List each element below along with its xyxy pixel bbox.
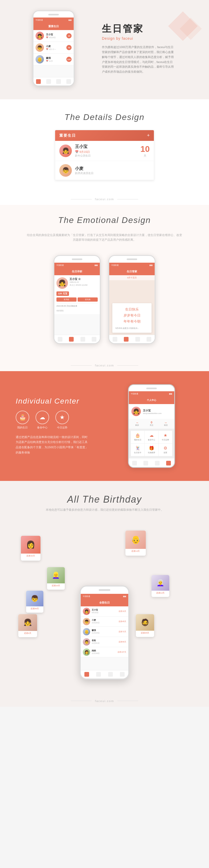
ind-grid-5[interactable]: 🎁 礼物推荐 xyxy=(145,443,158,456)
left-nav-3[interactable] xyxy=(80,337,85,338)
emotional-section-desc: 结合全局的身份定位及视频素材为「生日管家」打造了从交互布局到视觉策略的全新设计方… xyxy=(26,233,183,242)
detail-card-title: 重要生日 xyxy=(59,133,76,138)
detail-item-2[interactable]: 👦 小麦 距25天农历生日 xyxy=(55,161,154,180)
ind-face: 👧 xyxy=(131,407,141,416)
ind-grid-3[interactable]: ★ 今日运势 xyxy=(159,431,172,443)
ind-grid-6[interactable]: ⚙ 设置 xyxy=(159,443,172,456)
birthday-section-desc: 本地化您可以邀予最多的创意力和设计感，我们还但更好的截取体验不断注入我生日管家中… xyxy=(10,507,199,512)
birthday-section-title: All The Birthday xyxy=(10,494,199,505)
bottom-text: 你的朋友 xyxy=(57,308,98,312)
floating-card-2: 👱‍♀️ 还差10天 xyxy=(47,567,65,590)
float-face-1: 👩 xyxy=(21,536,40,554)
person2-sub: 📅 9月-十一 xyxy=(46,48,66,51)
card-line1: 生日快乐 xyxy=(115,306,148,312)
phone-list-item-1[interactable]: 👧 王小宝 📅 9月15日 10 xyxy=(33,30,74,42)
nav-gift-icon[interactable] xyxy=(56,79,61,81)
ind-grid-1[interactable]: 🎂 我的生日 xyxy=(131,431,144,443)
bday-nav-4[interactable] xyxy=(120,672,125,677)
ind-carrier: 中国联通 xyxy=(131,393,138,395)
divider-line-right xyxy=(117,199,138,199)
left-nav-2[interactable] xyxy=(69,337,74,338)
icon1-label: 我的生日 xyxy=(16,426,29,429)
detail-item-1[interactable]: 👧 王小宝 📅 9月15日 距今公历生日 10 天 xyxy=(55,141,154,161)
left-bottom-nav xyxy=(54,335,100,338)
bday-nav-2[interactable] xyxy=(96,672,101,677)
hero-description: 作为拥有超过1000万用户量的生活类软件，faceui与生日管家的理解和产品价值… xyxy=(102,45,175,74)
person1-sub: 📅 9月15日 xyxy=(46,36,66,39)
hero-phone-screen: 中国联通 ▮▮▮ 重要生日 👧 王小宝 📅 9月15日 xyxy=(33,18,74,80)
ind-stat3-label: 粉丝 xyxy=(160,424,172,427)
emotional-section: The Emotional Design 结合全局的身份定位及视频素材为「生日管… xyxy=(0,205,209,360)
bday-item-3[interactable]: 👴 徽强 11月15日 还差72天 xyxy=(81,627,128,637)
backup-icon-circle[interactable]: ☁ xyxy=(36,411,49,424)
person3-info: 徽强 📅 11月 xyxy=(46,57,66,62)
ind-grid-4[interactable]: 🃏 生日贺卡 xyxy=(131,443,144,456)
divider-line-left-2 xyxy=(71,365,92,366)
float-label-7: 还差45天 xyxy=(139,631,151,635)
bday-avatar-4: 👨 xyxy=(83,638,90,646)
float-face-4: 👧 xyxy=(18,614,37,631)
phone-list-item-2[interactable]: 👦 小麦 📅 9月-十一 70 xyxy=(33,42,74,54)
right-nav-3[interactable] xyxy=(135,337,140,338)
face-icon-1: 👧 xyxy=(36,32,44,40)
details-section: The Details Design 重要生日 + 👧 王小宝 📅 9月15日 … xyxy=(0,99,209,193)
individual-icons-row: 🎂 我的生日 ☁ 备份中心 ★ 今日运势 xyxy=(16,411,99,429)
ind-person-info: 王小宝 storycowebdothlor.com xyxy=(143,409,172,414)
detail-note-1: 距今公历生日 xyxy=(75,154,140,158)
ind-stat1-label: 购买 xyxy=(131,424,144,427)
float-label-6: 还差12天 xyxy=(155,591,166,595)
ind-nav-2[interactable] xyxy=(143,461,148,462)
right-phone-screen: 中国联通 ▮▮▮ 生日管家 9月十五日 生日快乐 岁岁有今日 年年有今朝 9月1… xyxy=(109,263,155,338)
nav-home-icon[interactable] xyxy=(36,79,41,81)
divider-line-left xyxy=(71,199,92,199)
bday-nav-3[interactable] xyxy=(108,672,113,677)
emotional-phone-right: 中国联通 ▮▮▮ 生日管家 9月十五日 生日快乐 岁岁有今日 年年有今朝 9月1… xyxy=(108,255,155,344)
bday-date-1: 9月15日 xyxy=(92,611,118,614)
card-line3: 年年有今朝 xyxy=(115,318,148,324)
left-phone-screen: 中国联通 ▮▮▮ 生日详析 👧 王小宝 ☆ 1999-01-22 木火土 xyxy=(54,263,100,338)
floating-card-7: 🧔 还差45天 xyxy=(136,614,154,637)
right-nav-2[interactable] xyxy=(124,337,129,338)
action-row: 发消息 送礼物 xyxy=(57,298,98,302)
status-bar: 中国联通 ▮▮▮ xyxy=(33,18,74,23)
nav-profile-icon[interactable] xyxy=(66,79,71,81)
ind-nav-4[interactable] xyxy=(166,461,171,462)
action-btn-2[interactable]: 送礼物 xyxy=(78,298,98,302)
bday-date-4: 12月01日 xyxy=(92,642,118,645)
nav-calendar-icon[interactable] xyxy=(46,79,51,81)
grid-settings-icon: ⚙ xyxy=(160,446,171,451)
profile-details: 王小宝 ☆ 1999-01-22 木火土 1R22N 以1282 xyxy=(69,277,98,289)
bday-avatar-2: 👦 xyxy=(83,618,90,625)
bday-item-5[interactable]: 👩 妈妈 12月18日 还差107天 xyxy=(81,647,128,657)
phone-list-item-3[interactable]: 👴 徽强 📅 11月 120 xyxy=(33,54,74,65)
detail-info-1: 王小宝 📅 9月15日 距今公历生日 xyxy=(75,144,140,158)
add-birthday-icon[interactable]: + xyxy=(147,133,150,138)
left-nav-1[interactable] xyxy=(58,337,63,338)
bday-bottom-nav xyxy=(81,670,128,679)
ind-grid-2[interactable]: ☁ 备份中心 xyxy=(145,431,158,443)
bday-avatar-1: 👧 xyxy=(83,608,90,615)
ind-nav-3[interactable] xyxy=(155,461,160,462)
faceui-divider-3: faceui.com xyxy=(0,695,209,707)
left-phone-header: 生日详析 xyxy=(54,268,100,275)
bday-item-4[interactable]: 👨 老爸 12月01日 还差90天 xyxy=(81,637,128,647)
bday-nav-1[interactable] xyxy=(84,672,89,677)
left-nav-4[interactable] xyxy=(92,337,96,338)
ind-nav-1[interactable] xyxy=(132,461,137,462)
bday-item-1[interactable]: 👧 王小宝 9月15日 还差10天 xyxy=(81,607,128,617)
bday-item-2[interactable]: 👦 小麦 10月20日 还差45天 xyxy=(81,617,128,627)
person1-face: 👧 xyxy=(59,145,72,157)
right-battery: ▮▮▮ xyxy=(149,264,152,266)
right-nav-4[interactable] xyxy=(146,337,151,338)
person2-name: 小麦 xyxy=(46,45,66,48)
right-carrier: 中国联通 xyxy=(111,264,118,267)
float-label-2: 还差10天 xyxy=(50,583,62,588)
faceui-text-2: faceui.com xyxy=(95,364,114,367)
ind-status-bar: 中国联通 ▮▮▮ xyxy=(129,391,174,397)
detail-avatar-1: 👧 xyxy=(59,145,72,157)
birthday-icon-circle[interactable]: 🎂 xyxy=(16,411,29,424)
action-btn-1[interactable]: 发消息 xyxy=(57,298,76,302)
right-nav-1[interactable] xyxy=(113,337,117,338)
ind-stat2-num: 0 xyxy=(145,421,158,424)
fortune-icon-circle[interactable]: ★ xyxy=(56,411,69,424)
